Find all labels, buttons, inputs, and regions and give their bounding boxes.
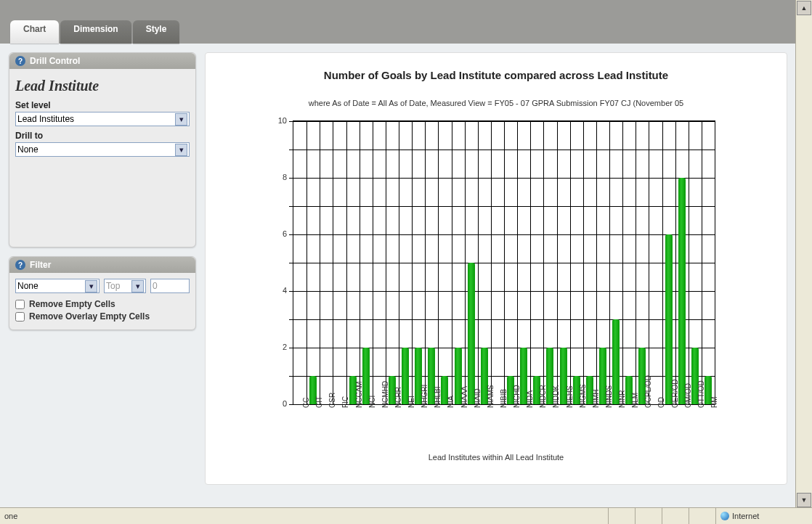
x-tick-label: NICHD: [513, 385, 521, 408]
checkbox-label: Remove Overlay Empty Cells: [29, 311, 150, 322]
status-zone: Internet: [715, 508, 812, 524]
x-tick-label: NIBIB: [500, 389, 508, 408]
x-tick-label: NIDDK: [552, 385, 560, 408]
help-icon[interactable]: ?: [15, 260, 25, 270]
globe-icon: [720, 512, 729, 520]
drill-control-panel: ? Drill Control Lead Institute Set level…: [9, 52, 196, 247]
drill-to-select[interactable]: [15, 142, 190, 157]
x-tick-label: OER/OD: [671, 380, 679, 408]
remove-empty-checkbox-row[interactable]: Remove Empty Cells: [15, 299, 190, 309]
chart-area: Number of Goals by Lead Institute compar…: [205, 52, 787, 485]
x-tick-label: NINR: [618, 390, 626, 408]
drill-heading: Lead Institute: [15, 78, 190, 94]
panel-title: Drill Control: [30, 56, 80, 66]
remove-overlay-checkbox[interactable]: [15, 312, 25, 322]
tab-dimension[interactable]: Dimension: [60, 20, 131, 44]
x-tick-label: OTT/OD: [697, 380, 705, 408]
x-tick-label: FIC: [341, 396, 349, 408]
x-tick-label: CIT: [315, 396, 323, 408]
help-icon[interactable]: ?: [15, 56, 25, 66]
x-tick-label: RM: [710, 396, 718, 408]
filter-direction-select[interactable]: [104, 279, 146, 293]
tab-style[interactable]: Style: [133, 20, 180, 44]
tab-bar: Chart Dimension Style: [0, 0, 796, 44]
x-tick-label: NIA: [447, 396, 455, 408]
y-tick-label: 6: [283, 229, 287, 238]
sidebar: ? Drill Control Lead Institute Set level…: [9, 52, 196, 485]
app-frame: Chart Dimension Style ? Drill Control Le…: [0, 0, 797, 509]
x-tick-label: OM/OD: [684, 383, 692, 408]
y-tick-label: 4: [283, 286, 287, 295]
scroll-down-icon[interactable]: ▼: [797, 493, 811, 507]
x-tick-label: NLM: [631, 393, 639, 408]
checkbox-label: Remove Empty Cells: [29, 299, 115, 309]
x-tick-label: NIGMS: [579, 384, 587, 408]
chart-title: Number of Goals by Lead Institute compar…: [324, 69, 668, 81]
remove-overlay-checkbox-row[interactable]: Remove Overlay Empty Cells: [15, 311, 190, 322]
x-tick-label: NIEHS: [566, 385, 574, 408]
x-tick-label: NINDS: [605, 385, 613, 408]
drill-to-label: Drill to: [15, 131, 190, 141]
x-tick-label: NCCAM: [355, 381, 363, 408]
y-tick-label: 8: [283, 173, 287, 181]
x-tick-label: NEI: [407, 396, 415, 408]
vertical-scrollbar[interactable]: ▲ ▼: [795, 0, 812, 508]
filter-scope-select[interactable]: [15, 279, 100, 293]
chart-subtitle: where As of Date = All As of Date, Measu…: [309, 99, 683, 107]
chart-bar[interactable]: [678, 178, 686, 404]
workspace: ? Drill Control Lead Institute Set level…: [0, 44, 796, 494]
x-tick-label: NIDCR: [539, 385, 547, 408]
scroll-up-icon[interactable]: ▲: [797, 1, 811, 15]
x-tick-label: NIDA: [526, 390, 534, 408]
x-tick-label: NCMHD: [381, 381, 389, 408]
plot-wrap: 0246810 CCCITCSRFICNCCAMNCINCMHDNCRRNEIN…: [278, 120, 714, 462]
set-level-label: Set level: [15, 100, 190, 110]
x-tick-label: NIMH: [592, 389, 600, 408]
x-tick-label: CC: [302, 398, 310, 408]
x-tick-label: NHLBI: [434, 387, 442, 408]
x-tick-label: CSR: [328, 393, 336, 408]
y-tick-label: 2: [283, 343, 287, 351]
chart-plot: [293, 120, 715, 405]
x-tick-label: NHGRI: [421, 385, 429, 408]
panel-title: Filter: [30, 260, 51, 270]
status-bar: one Internet: [0, 507, 812, 524]
remove-empty-checkbox[interactable]: [15, 300, 25, 309]
panel-header: ? Filter: [9, 257, 195, 273]
x-tick-label: NIAID: [474, 388, 482, 408]
x-tick-label: NIAAA: [460, 386, 468, 408]
filter-panel: ? Filter Remove Emp: [9, 256, 196, 330]
x-tick-label: OD: [657, 397, 665, 408]
tab-chart[interactable]: Chart: [10, 20, 59, 44]
x-tick-label: OCPL/OD: [644, 375, 652, 408]
x-axis-title: Lead Institutes within All Lead Institut…: [278, 453, 714, 462]
set-level-select[interactable]: [15, 112, 190, 126]
x-tick-label: NCRR: [394, 387, 402, 408]
x-tick-label: NCI: [368, 396, 376, 408]
panel-header: ? Drill Control: [9, 53, 195, 69]
y-tick-label: 0: [283, 399, 287, 408]
chart-bar[interactable]: [468, 263, 475, 404]
y-tick-label: 10: [278, 116, 287, 125]
filter-count-input[interactable]: [150, 279, 190, 293]
status-left: one: [0, 508, 41, 524]
x-tick-label: NIAMS: [487, 385, 495, 408]
